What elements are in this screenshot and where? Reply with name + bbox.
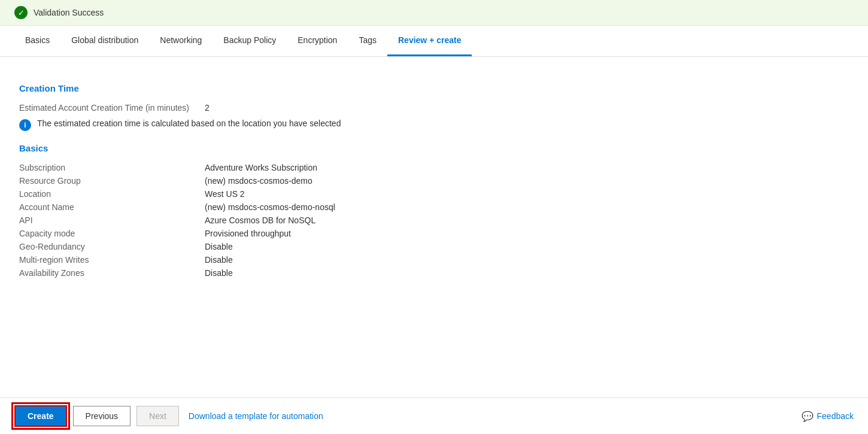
subscription-label: Subscription <box>19 163 205 172</box>
availability-zones-row: Availability Zones Disable <box>19 268 849 278</box>
api-row: API Azure Cosmos DB for NoSQL <box>19 216 849 225</box>
creation-time-section: Creation Time Estimated Account Creation… <box>19 83 849 131</box>
resource-group-value: (new) msdocs-cosmos-demo <box>205 176 312 186</box>
creation-time-note: i The estimated creation time is calcula… <box>19 119 849 131</box>
tab-networking[interactable]: Networking <box>149 26 213 56</box>
account-name-row: Account Name (new) msdocs-cosmos-demo-no… <box>19 202 849 212</box>
resource-group-label: Resource Group <box>19 176 205 186</box>
validation-icon: ✓ <box>14 6 28 19</box>
geo-redundancy-label: Geo-Redundancy <box>19 242 205 251</box>
multi-region-writes-row: Multi-region Writes Disable <box>19 255 849 265</box>
info-note-text: The estimated creation time is calculate… <box>37 119 341 128</box>
tab-encryption[interactable]: Encryption <box>287 26 348 56</box>
capacity-mode-row: Capacity mode Provisioned throughput <box>19 229 849 238</box>
api-value: Azure Cosmos DB for NoSQL <box>205 216 315 225</box>
capacity-mode-value: Provisioned throughput <box>205 229 291 238</box>
validation-text: Validation Success <box>34 8 104 17</box>
estimated-time-label: Estimated Account Creation Time (in minu… <box>19 103 205 113</box>
info-icon: i <box>19 119 31 131</box>
basics-title: Basics <box>19 143 849 153</box>
estimated-time-row: Estimated Account Creation Time (in minu… <box>19 103 849 113</box>
tabs-bar: Basics Global distribution Networking Ba… <box>0 26 868 57</box>
location-row: Location West US 2 <box>19 189 849 199</box>
location-value: West US 2 <box>205 189 245 199</box>
capacity-mode-label: Capacity mode <box>19 229 205 238</box>
tab-review-create[interactable]: Review + create <box>387 26 472 56</box>
availability-zones-label: Availability Zones <box>19 268 205 278</box>
tab-global-distribution[interactable]: Global distribution <box>60 26 149 56</box>
account-name-label: Account Name <box>19 202 205 212</box>
tab-backup-policy[interactable]: Backup Policy <box>213 26 287 56</box>
multi-region-writes-value: Disable <box>205 255 233 265</box>
basics-section: Basics Subscription Adventure Works Subs… <box>19 143 849 278</box>
location-label: Location <box>19 189 205 199</box>
creation-time-title: Creation Time <box>19 83 849 93</box>
multi-region-writes-label: Multi-region Writes <box>19 255 205 265</box>
tab-tags[interactable]: Tags <box>348 26 387 56</box>
account-name-value: (new) msdocs-cosmos-demo-nosql <box>205 202 335 212</box>
estimated-time-value: 2 <box>205 103 210 113</box>
availability-zones-value: Disable <box>205 268 233 278</box>
main-content: Creation Time Estimated Account Creation… <box>0 57 868 304</box>
tab-basics[interactable]: Basics <box>14 26 60 56</box>
resource-group-row: Resource Group (new) msdocs-cosmos-demo <box>19 176 849 186</box>
geo-redundancy-row: Geo-Redundancy Disable <box>19 242 849 251</box>
validation-banner: ✓ Validation Success <box>0 0 868 26</box>
geo-redundancy-value: Disable <box>205 242 233 251</box>
subscription-row: Subscription Adventure Works Subscriptio… <box>19 163 849 172</box>
subscription-value: Adventure Works Subscription <box>205 163 317 172</box>
api-label: API <box>19 216 205 225</box>
